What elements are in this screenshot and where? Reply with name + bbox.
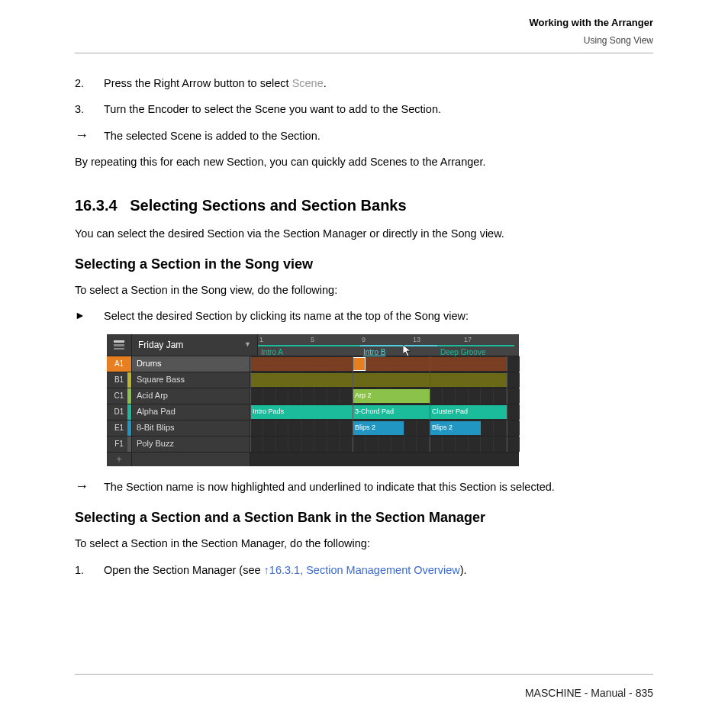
clip-block[interactable]: [250, 373, 507, 387]
track-name[interactable]: Drums: [132, 356, 250, 372]
paragraph: To select a Section in the Section Manag…: [75, 535, 653, 552]
track-id[interactable]: F1: [107, 436, 132, 452]
step-text: Turn the Encoder to select the Scene you…: [104, 101, 653, 118]
arrow-icon: →: [75, 127, 90, 144]
dropdown-icon: ▼: [244, 340, 251, 350]
result-text: The Section name is now highlighted and …: [104, 478, 653, 495]
header-sub: Using Song View: [75, 34, 653, 48]
clip-block[interactable]: [250, 357, 507, 371]
play-icon: ►: [75, 308, 90, 324]
track-name[interactable]: 8-Bit Blips: [132, 420, 250, 436]
svg-rect-2: [114, 348, 124, 350]
section-label[interactable]: Intro B: [360, 345, 437, 356]
step-text: Press the Right Arrow button to select S…: [104, 75, 653, 92]
step-number: 1.: [75, 562, 90, 578]
step-number: 3.: [75, 101, 90, 118]
track-grid[interactable]: [250, 372, 520, 388]
header-title: Working with the Arranger: [75, 15, 653, 31]
timeline-ruler[interactable]: 1 5 9 13 17 Intro AIntro BDeep Groove: [258, 334, 519, 356]
paragraph: By repeating this for each new Section, …: [75, 153, 653, 170]
page-footer: MASCHINE - Manual - 835: [75, 674, 653, 702]
clip-block[interactable]: Intro Pads: [250, 405, 353, 419]
arranger-icon[interactable]: [107, 334, 132, 356]
track-name[interactable]: Square Bass: [132, 372, 250, 388]
cross-ref-link[interactable]: ↑16.3.1, Section Management Overview: [264, 564, 460, 576]
steps-list-top: 2. Press the Right Arrow button to selec…: [75, 75, 653, 118]
track-id[interactable]: C1: [107, 388, 132, 404]
steps-list-bottom: 1. Open the Section Manager (see ↑16.3.1…: [75, 562, 653, 578]
result-arrow: → The Section name is now highlighted an…: [75, 478, 653, 495]
track-grid[interactable]: Intro Pads3-Chord PadCluster Pad: [250, 404, 520, 420]
track-row: D1Alpha PadIntro Pads3-Chord PadCluster …: [107, 404, 519, 420]
track-row: B1Square Bass: [107, 372, 519, 388]
section-label[interactable]: Intro A: [258, 345, 360, 356]
paragraph: To select a Section in the Song view, do…: [75, 282, 653, 298]
action-text: Select the desired Section by clicking i…: [104, 308, 653, 324]
track-id[interactable]: D1: [107, 404, 132, 420]
add-track-button[interactable]: +: [107, 453, 132, 466]
clip-block[interactable]: Arp 2: [353, 389, 430, 403]
svg-rect-1: [114, 344, 124, 346]
track-grid[interactable]: Arp 2: [250, 388, 520, 404]
subheading: Selecting a Section in the Song view: [75, 254, 653, 275]
track-id[interactable]: E1: [107, 420, 132, 436]
track-row: C1Acid ArpArp 2: [107, 388, 519, 404]
clip-block[interactable]: Cluster Pad: [430, 405, 507, 419]
track-id[interactable]: B1: [107, 372, 132, 388]
project-title[interactable]: Friday Jam ▼: [132, 334, 258, 356]
track-name[interactable]: Poly Buzz: [132, 436, 250, 452]
clip-cell[interactable]: [353, 357, 366, 371]
page-header: Working with the Arranger Using Song Vie…: [75, 15, 653, 53]
result-arrow: → The selected Scene is added to the Sec…: [75, 127, 653, 144]
track-grid[interactable]: [250, 356, 520, 372]
paragraph: You can select the desired Section via t…: [75, 225, 653, 242]
track-grid[interactable]: [250, 436, 520, 452]
action-list: ► Select the desired Section by clicking…: [75, 308, 653, 324]
clip-block[interactable]: Blips 2: [353, 421, 404, 435]
subheading: Selecting a Section and a Section Bank i…: [75, 507, 653, 529]
track-name[interactable]: Acid Arp: [132, 388, 250, 404]
track-grid[interactable]: Blips 2Blips 2: [250, 420, 520, 436]
arrow-icon: →: [75, 478, 90, 495]
track-id[interactable]: A1: [107, 356, 132, 372]
step-text: Open the Section Manager (see ↑16.3.1, S…: [104, 562, 653, 578]
svg-rect-0: [114, 340, 124, 343]
track-row: F1Poly Buzz: [107, 436, 519, 452]
clip-block[interactable]: Blips 2: [430, 421, 481, 435]
track-name[interactable]: Alpha Pad: [132, 404, 250, 420]
clip-block[interactable]: 3-Chord Pad: [353, 405, 430, 419]
track-row: E18-Bit BlipsBlips 2Blips 2: [107, 420, 519, 436]
step-number: 2.: [75, 75, 90, 92]
track-row: A1Drums: [107, 356, 519, 372]
song-view-screenshot: Friday Jam ▼ 1 5 9 13 17 Intro AIntro BD…: [107, 334, 519, 466]
section-heading: 16.3.4 Selecting Sections and Section Ba…: [75, 194, 653, 217]
section-label[interactable]: Deep Groove: [437, 345, 514, 356]
result-text: The selected Scene is added to the Secti…: [104, 127, 653, 144]
